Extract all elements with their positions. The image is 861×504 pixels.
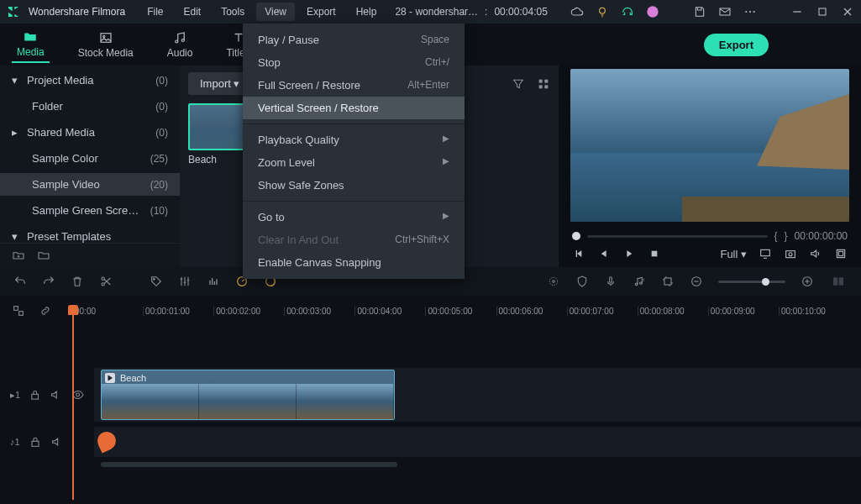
timeline-layout-icon[interactable] [829,275,848,288]
timeline-scrollbar[interactable] [0,462,861,470]
svg-rect-26 [214,281,215,285]
link-icon[interactable] [39,304,52,318]
menu-stop[interactable]: StopCtrl+/ [243,51,465,74]
svg-rect-25 [212,278,213,285]
svg-rect-13 [539,85,543,88]
equalizer-icon[interactable] [207,275,220,288]
export-button[interactable]: Export [704,34,769,56]
sidebar-item-sample-color[interactable]: Sample Color(25) [0,147,180,170]
menu-canvas-snapping[interactable]: Enable Canvas Snapping [243,251,465,274]
chevron-down-icon: ▾ [12,230,20,243]
lightbulb-icon[interactable] [596,5,609,18]
mute-icon[interactable] [50,435,64,449]
prev-frame-icon[interactable] [572,247,585,260]
redo-icon[interactable] [42,275,55,288]
svg-rect-6 [819,8,826,15]
menu-vertical-screen[interactable]: Vertical Screen / Restore [243,97,465,119]
menu-safe-zones[interactable]: Show Safe Zones [243,174,465,197]
stop-icon[interactable] [648,247,661,260]
video-lane[interactable]: Beach [94,368,861,422]
video-track: ▸1 Beach [0,368,861,422]
delete-icon[interactable] [71,275,84,288]
marker-in[interactable]: { [774,230,778,242]
tab-media[interactable]: Media [12,26,50,63]
sidebar-item-sample-green[interactable]: Sample Green Scre…(10) [0,199,180,222]
svg-rect-39 [839,277,843,285]
clip-to-monitor-icon[interactable] [12,304,25,318]
svg-rect-17 [786,251,795,258]
tab-audio[interactable]: Audio [162,27,198,62]
menu-play-pause[interactable]: Play / PauseSpace [243,29,465,51]
fit-dropdown[interactable]: Full ▾ [720,248,747,260]
add-folder-icon[interactable] [12,249,25,262]
svg-rect-11 [539,79,543,82]
menu-export[interactable]: Export [298,3,344,21]
timeline-clip-beach[interactable]: Beach [101,370,395,420]
menu-tools[interactable]: Tools [213,3,253,21]
music-mix-icon[interactable] [633,275,646,288]
timeline-ruler[interactable]: 00:00 00:00:01:00 00:00:02:00 00:00:03:0… [72,307,849,316]
undo-icon[interactable] [13,275,27,288]
svg-point-8 [102,35,104,37]
menu-help[interactable]: Help [348,3,386,21]
zoom-in-icon[interactable] [801,275,814,288]
mail-icon[interactable] [718,5,732,18]
play-icon[interactable] [622,247,636,260]
lock-icon[interactable] [29,388,41,402]
window-minimize-icon[interactable] [790,5,804,18]
lock-icon[interactable] [29,435,42,449]
expand-icon[interactable] [834,247,848,260]
grid-view-icon[interactable] [537,77,550,91]
display-icon[interactable] [759,247,772,260]
crop-icon[interactable] [661,275,675,288]
filter-icon[interactable] [512,77,525,91]
sidebar-item-sample-video[interactable]: Sample Video(20) [0,173,180,196]
preview-scrubber[interactable]: { } 00:00:00:00 [564,227,856,245]
snapshot-icon[interactable] [784,247,797,260]
more-icon[interactable] [743,5,757,18]
zoom-handle-icon[interactable] [762,278,769,286]
cut-icon[interactable] [99,275,113,288]
window-maximize-icon[interactable] [816,5,829,18]
target-icon[interactable] [547,275,560,288]
zoom-slider[interactable] [718,281,785,283]
timeline-playhead[interactable] [72,307,74,500]
svg-point-43 [76,393,79,396]
doc-name: 28 - wondershar… [395,6,478,18]
audio-lane[interactable] [94,427,861,457]
headset-icon[interactable] [621,5,634,18]
svg-rect-14 [544,85,548,88]
menu-zoom-level[interactable]: Zoom Level▶ [243,151,465,174]
menu-edit[interactable]: Edit [176,3,210,21]
menu-file[interactable]: File [139,3,171,21]
svg-rect-19 [837,249,844,257]
titlebar: Wondershare Filmora File Edit Tools View… [0,0,861,24]
play-reverse-icon[interactable] [597,247,611,260]
view-menu-dropdown: Play / PauseSpace StopCtrl+/ Full Screen… [243,24,465,279]
menu-go-to[interactable]: Go to▶ [243,206,465,228]
tag-icon[interactable] [150,275,163,288]
menu-view[interactable]: View [256,3,295,21]
menu-playback-quality[interactable]: Playback Quality▶ [243,129,465,151]
audio-marker-icon[interactable] [94,428,118,453]
tab-stock-media[interactable]: Stock Media [73,27,139,62]
scrub-handle-icon[interactable] [572,232,580,240]
sidebar-item-folder[interactable]: Folder(0) [0,95,180,118]
mute-icon[interactable] [50,388,62,402]
sidebar-item-shared-media[interactable]: ▸Shared Media(0) [0,121,180,144]
marker-out[interactable]: } [785,230,788,242]
mic-icon[interactable] [604,275,617,288]
doc-time: 00:00:04:05 [494,6,547,18]
folder-icon[interactable] [37,249,50,262]
avatar-icon[interactable] [646,5,659,18]
cloud-icon[interactable] [570,5,584,18]
menu-fullscreen[interactable]: Full Screen / RestoreAlt+Enter [243,74,465,97]
sliders-icon[interactable] [178,275,192,288]
save-icon[interactable] [693,5,706,18]
sidebar-item-project-media[interactable]: ▾Project Media(0) [0,69,180,92]
preview-video[interactable] [570,69,849,222]
window-close-icon[interactable] [841,5,854,18]
shield-icon[interactable] [575,275,589,288]
volume-icon[interactable] [809,247,822,260]
zoom-out-icon[interactable] [690,275,703,288]
